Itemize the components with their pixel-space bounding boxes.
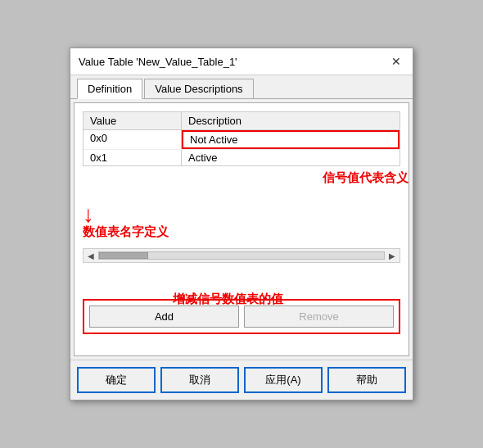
cell-value-1: 0x1	[84, 150, 182, 165]
tab-bar: Definition Value Descriptions	[70, 75, 413, 99]
window-title: Value Table 'New_Value_Table_1'	[79, 56, 237, 68]
add-button[interactable]: Add	[89, 305, 239, 328]
table-row[interactable]: 0x1 Active	[84, 150, 399, 165]
remove-button[interactable]: Remove	[244, 305, 394, 328]
cell-value-0: 0x0	[84, 130, 182, 149]
footer: 确定 取消 应用(A) 帮助	[70, 360, 413, 400]
annotation-increase-decrease: 增减信号数值表的值	[173, 292, 283, 307]
cell-desc-1: Active	[182, 150, 399, 165]
table-header: Value Description	[84, 112, 399, 130]
annotation-name-def: 数值表名字定义	[83, 224, 169, 240]
scroll-track[interactable]	[98, 251, 385, 260]
help-button[interactable]: 帮助	[327, 367, 406, 393]
apply-button[interactable]: 应用(A)	[244, 367, 323, 393]
scroll-left-arrow[interactable]: ◀	[85, 251, 97, 260]
scroll-right-arrow[interactable]: ▶	[386, 251, 398, 260]
tab-definition[interactable]: Definition	[77, 79, 142, 99]
header-description: Description	[182, 112, 399, 129]
cell-desc-1-wrap: Active	[182, 150, 399, 165]
cancel-button[interactable]: 取消	[160, 367, 239, 393]
annotation-signal-meaning: 信号值代表含义	[323, 170, 409, 186]
cell-desc-0: Not Active	[183, 132, 398, 147]
close-button[interactable]: ✕	[388, 53, 404, 70]
value-table: Value Description 0x0 Not Active 0x1 Act…	[83, 111, 400, 166]
table-row[interactable]: 0x0 Not Active	[84, 130, 399, 150]
tab-value-descriptions[interactable]: Value Descriptions	[144, 79, 253, 98]
horizontal-scrollbar[interactable]: ◀ ▶	[83, 248, 400, 263]
scrollbar-container: ◀ ▶	[83, 248, 400, 263]
cell-desc-0-wrap: Not Active	[182, 130, 399, 149]
main-window: Value Table 'New_Value_Table_1' ✕ Defini…	[70, 48, 413, 400]
tab-content: Value Description 0x0 Not Active 0x1 Act…	[74, 102, 409, 356]
ok-button[interactable]: 确定	[77, 367, 156, 393]
header-value: Value	[84, 112, 182, 129]
scroll-thumb	[99, 252, 148, 259]
title-bar: Value Table 'New_Value_Table_1' ✕	[70, 48, 413, 75]
